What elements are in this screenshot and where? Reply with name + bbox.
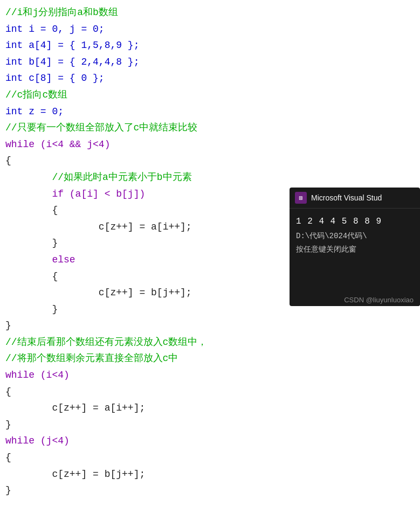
code-line-28: { xyxy=(5,449,415,466)
code-line-22: //将那个数组剩余元素直接全部放入c中 xyxy=(5,350,415,367)
output-numbers: 1 2 4 4 5 8 8 9 xyxy=(296,214,414,230)
code-line-7: int z = 0; xyxy=(5,103,415,120)
code-line-6: //c指向c数组 xyxy=(5,87,415,103)
code-line-1: //i和j分别指向a和b数组 xyxy=(5,4,415,21)
code-line-2: int i = 0, j = 0; xyxy=(5,21,415,38)
vs-icon: ⊞ xyxy=(295,192,307,204)
watermark: CSDN @liuyunluoxiao xyxy=(338,294,420,306)
path-line: D:\代码\2024代码\ xyxy=(296,230,414,243)
code-line-29: c[z++] = b[j++]; xyxy=(5,466,415,483)
code-line-30: } xyxy=(5,482,415,499)
code-line-24: { xyxy=(5,384,415,400)
code-line-26: } xyxy=(5,417,415,433)
vs-output-panel: ⊞ Microsoft Visual Stud 1 2 4 4 5 8 8 9 … xyxy=(290,188,420,306)
code-line-3: int a[4] = { 1,5,8,9 }; xyxy=(5,37,415,54)
code-line-9: while (i<4 && j<4) xyxy=(5,136,415,153)
code-line-25: c[z++] = a[i++]; xyxy=(5,400,415,417)
code-line-27: while (j<4) xyxy=(5,433,415,449)
code-line-11: //如果此时a中元素小于b中元素 xyxy=(5,169,415,186)
code-line-4: int b[4] = { 2,4,4,8 }; xyxy=(5,54,415,71)
code-line-20: } xyxy=(5,317,415,334)
code-line-21: //结束后看那个数组还有元素没放入c数组中， xyxy=(5,334,415,351)
overlay-title: Microsoft Visual Stud xyxy=(311,193,382,202)
overlay-content: 1 2 4 4 5 8 8 9 D:\代码\2024代码\ 按任意键关闭此窗 xyxy=(290,209,420,262)
code-line-8: //只要有一个数组全部放入了c中就结束比较 xyxy=(5,120,415,136)
code-line-5: int c[8] = { 0 }; xyxy=(5,70,415,87)
code-line-10: { xyxy=(5,152,415,169)
code-line-23: while (i<4) xyxy=(5,367,415,384)
overlay-header: ⊞ Microsoft Visual Stud xyxy=(290,188,420,209)
prompt-line: 按任意键关闭此窗 xyxy=(296,243,414,256)
